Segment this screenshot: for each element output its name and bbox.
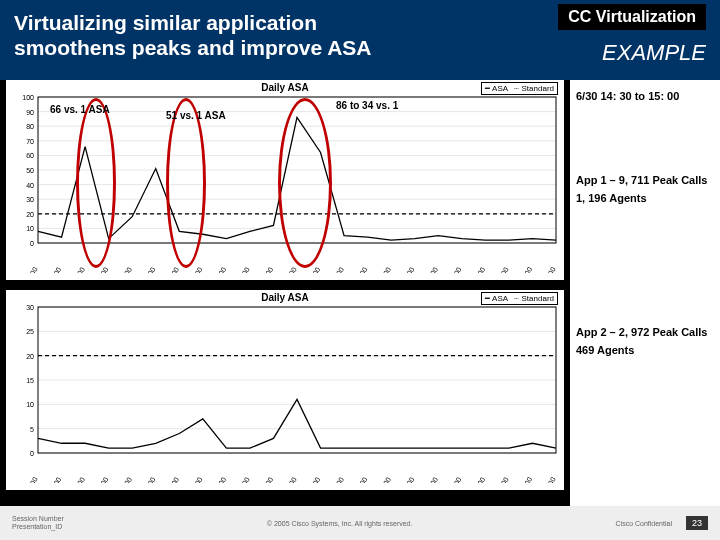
svg-text:20:00: 20:00	[424, 266, 439, 273]
sb-time: 6/30 14: 30 to 15: 00	[576, 90, 714, 102]
svg-text:20: 20	[26, 211, 34, 218]
svg-text:14:00: 14:00	[283, 266, 298, 273]
svg-text:13:00: 13:00	[259, 266, 274, 273]
svg-text:16:00: 16:00	[330, 476, 345, 483]
svg-text:7:00: 7:00	[120, 266, 133, 273]
example-label: EXAMPLE	[602, 40, 706, 66]
svg-text:70: 70	[26, 138, 34, 145]
page-number: 23	[686, 516, 708, 530]
footer-copy: © 2005 Cisco Systems, Inc. All rights re…	[267, 520, 413, 527]
svg-text:16:00: 16:00	[330, 266, 345, 273]
svg-text:20: 20	[26, 353, 34, 360]
svg-text:12:00: 12:00	[236, 476, 251, 483]
svg-text:6:00: 6:00	[97, 476, 110, 483]
svg-text:18:00: 18:00	[377, 266, 392, 273]
svg-text:100: 100	[22, 94, 34, 101]
sb-app2: App 2 – 2, 972 Peak Calls	[576, 326, 714, 338]
svg-text:5:00: 5:00	[73, 266, 86, 273]
svg-text:0:00: 0:00	[520, 266, 533, 273]
chart-legend-1: ━ ASA ┄ Standard	[481, 82, 558, 95]
svg-text:19:00: 19:00	[401, 266, 416, 273]
svg-text:22:00: 22:00	[471, 266, 486, 273]
svg-text:21:00: 21:00	[448, 266, 463, 273]
svg-text:60: 60	[26, 152, 34, 159]
chart-bottom: Daily ASA ━ ASA ┄ Standard 0510152025303…	[6, 290, 564, 490]
svg-text:80: 80	[26, 123, 34, 130]
sb-app1: App 1 – 9, 711 Peak Calls	[576, 174, 714, 186]
svg-text:23:00: 23:00	[495, 266, 510, 273]
sidebar: 6/30 14: 30 to 15: 00 App 1 – 9, 711 Pea…	[570, 80, 720, 506]
slide-title: Virtualizing similar application smoothe…	[14, 10, 434, 60]
anno-86: 86 to 34 vs. 1	[336, 100, 398, 111]
svg-text:30: 30	[26, 196, 34, 203]
svg-text:15:00: 15:00	[307, 476, 322, 483]
anno-66: 66 vs. 1 ASA	[50, 104, 110, 115]
svg-text:23:00: 23:00	[495, 476, 510, 483]
oval-1	[76, 98, 116, 268]
svg-text:5: 5	[30, 426, 34, 433]
svg-text:4:00: 4:00	[50, 266, 63, 273]
svg-text:25: 25	[26, 328, 34, 335]
svg-text:90: 90	[26, 109, 34, 116]
svg-text:18:00: 18:00	[377, 476, 392, 483]
svg-text:17:00: 17:00	[354, 266, 369, 273]
svg-text:0:00: 0:00	[520, 476, 533, 483]
svg-text:19:00: 19:00	[401, 476, 416, 483]
svg-text:21:00: 21:00	[448, 476, 463, 483]
svg-text:14:00: 14:00	[283, 476, 298, 483]
svg-text:9:00: 9:00	[167, 476, 180, 483]
svg-text:9:00: 9:00	[167, 266, 180, 273]
sb-agents1: 1, 196 Agents	[576, 192, 714, 204]
chart-top: Daily ASA ━ ASA ┄ Standard 0102030405060…	[6, 80, 564, 280]
svg-text:0: 0	[30, 450, 34, 457]
main-area: Daily ASA ━ ASA ┄ Standard 0102030405060…	[0, 80, 720, 506]
svg-text:1:00: 1:00	[544, 266, 557, 273]
svg-text:11:00: 11:00	[212, 266, 227, 273]
svg-text:7:00: 7:00	[120, 476, 133, 483]
footer: Session Number Presentation_ID © 2005 Ci…	[0, 506, 720, 540]
slide-header: Virtualizing similar application smoothe…	[0, 0, 720, 80]
svg-text:0: 0	[30, 240, 34, 247]
svg-text:8:00: 8:00	[144, 476, 157, 483]
charts-column: Daily ASA ━ ASA ┄ Standard 0102030405060…	[0, 80, 570, 506]
svg-text:4:00: 4:00	[50, 476, 63, 483]
svg-text:22:00: 22:00	[471, 476, 486, 483]
sb-agents2: 469 Agents	[576, 344, 714, 356]
svg-text:12:00: 12:00	[236, 266, 251, 273]
svg-text:40: 40	[26, 182, 34, 189]
svg-text:11:00: 11:00	[212, 476, 227, 483]
svg-text:10:00: 10:00	[189, 476, 204, 483]
svg-text:50: 50	[26, 167, 34, 174]
anno-51: 51 vs. 1 ASA	[166, 110, 226, 121]
footer-left: Session Number Presentation_ID	[12, 515, 64, 530]
cc-badge: CC Virtualization	[558, 4, 706, 30]
svg-text:10:00: 10:00	[189, 266, 204, 273]
footer-right: Cisco Confidential 23	[616, 516, 708, 530]
oval-3	[278, 98, 332, 268]
footer-conf: Cisco Confidential	[616, 520, 672, 527]
svg-text:10: 10	[26, 401, 34, 408]
svg-text:8:00: 8:00	[144, 266, 157, 273]
svg-text:1:00: 1:00	[544, 476, 557, 483]
svg-text:3:00: 3:00	[26, 266, 39, 273]
svg-text:15: 15	[26, 377, 34, 384]
chart-legend-2: ━ ASA ┄ Standard	[481, 292, 558, 305]
svg-text:17:00: 17:00	[354, 476, 369, 483]
chart-svg-2: 0510152025303:004:005:006:007:008:009:00…	[6, 303, 564, 483]
svg-text:10: 10	[26, 225, 34, 232]
svg-text:3:00: 3:00	[26, 476, 39, 483]
svg-text:5:00: 5:00	[73, 476, 86, 483]
svg-text:30: 30	[26, 304, 34, 311]
svg-text:13:00: 13:00	[259, 476, 274, 483]
svg-text:20:00: 20:00	[424, 476, 439, 483]
oval-2	[166, 98, 206, 268]
